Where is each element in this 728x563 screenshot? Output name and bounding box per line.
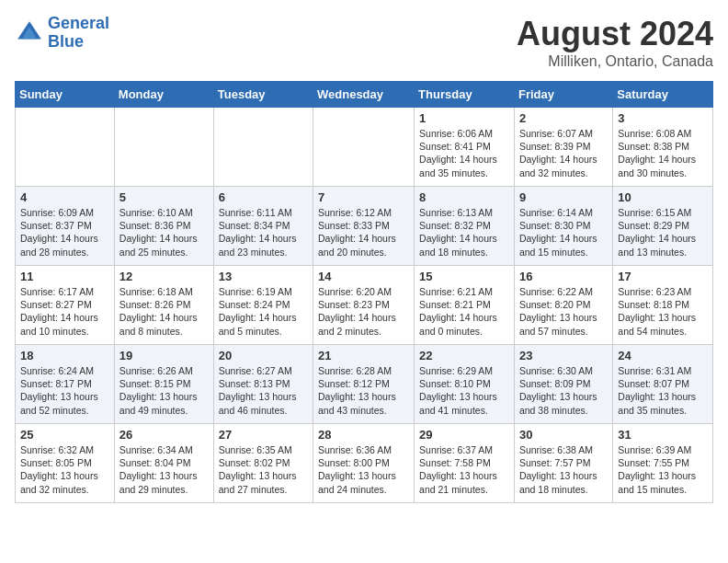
day-number: 14	[318, 270, 409, 283]
day-number: 3	[618, 111, 708, 125]
day-number: 15	[419, 270, 509, 283]
day-info: Sunrise: 6:31 AMSunset: 8:07 PMDaylight:…	[618, 364, 708, 417]
day-number: 7	[318, 190, 409, 204]
calendar-cell: 19Sunrise: 6:26 AMSunset: 8:15 PMDayligh…	[114, 345, 213, 424]
calendar-cell: 8Sunrise: 6:13 AMSunset: 8:32 PMDaylight…	[415, 187, 515, 266]
calendar-cell: 31Sunrise: 6:39 AMSunset: 7:55 PMDayligh…	[613, 424, 713, 503]
calendar-cell: 20Sunrise: 6:27 AMSunset: 8:13 PMDayligh…	[213, 345, 313, 424]
day-number: 12	[119, 270, 209, 283]
day-info: Sunrise: 6:08 AMSunset: 8:38 PMDaylight:…	[618, 127, 708, 179]
calendar-cell: 23Sunrise: 6:30 AMSunset: 8:09 PMDayligh…	[514, 345, 612, 424]
day-info: Sunrise: 6:30 AMSunset: 8:09 PMDaylight:…	[519, 364, 608, 417]
day-info: Sunrise: 6:17 AMSunset: 8:27 PMDaylight:…	[20, 285, 109, 338]
calendar-cell: 13Sunrise: 6:19 AMSunset: 8:24 PMDayligh…	[213, 266, 313, 345]
day-info: Sunrise: 6:19 AMSunset: 8:24 PMDaylight:…	[219, 285, 308, 338]
day-info: Sunrise: 6:24 AMSunset: 8:17 PMDaylight:…	[20, 364, 109, 417]
calendar-cell: 9Sunrise: 6:14 AMSunset: 8:30 PMDaylight…	[514, 187, 612, 266]
calendar-cell: 22Sunrise: 6:29 AMSunset: 8:10 PMDayligh…	[415, 345, 515, 424]
day-info: Sunrise: 6:14 AMSunset: 8:30 PMDaylight:…	[519, 206, 608, 259]
calendar-cell: 3Sunrise: 6:08 AMSunset: 8:38 PMDaylight…	[613, 108, 713, 187]
logo-icon	[15, 18, 44, 48]
day-number: 24	[618, 349, 708, 362]
logo-text: General Blue	[48, 15, 109, 52]
calendar-cell: 6Sunrise: 6:11 AMSunset: 8:34 PMDaylight…	[213, 187, 313, 266]
header-saturday: Saturday	[613, 82, 713, 108]
day-number: 20	[219, 349, 308, 362]
day-info: Sunrise: 6:12 AMSunset: 8:33 PMDaylight:…	[318, 206, 409, 259]
day-number: 17	[618, 270, 708, 283]
day-info: Sunrise: 6:07 AMSunset: 8:39 PMDaylight:…	[519, 127, 608, 179]
calendar-week-5: 25Sunrise: 6:32 AMSunset: 8:05 PMDayligh…	[16, 424, 713, 503]
calendar-cell: 2Sunrise: 6:07 AMSunset: 8:39 PMDaylight…	[514, 108, 612, 187]
day-number: 31	[618, 428, 708, 442]
day-info: Sunrise: 6:18 AMSunset: 8:26 PMDaylight:…	[119, 285, 209, 338]
day-info: Sunrise: 6:15 AMSunset: 8:29 PMDaylight:…	[618, 206, 708, 259]
header-friday: Friday	[514, 82, 612, 108]
day-info: Sunrise: 6:20 AMSunset: 8:23 PMDaylight:…	[318, 285, 409, 338]
day-info: Sunrise: 6:32 AMSunset: 8:05 PMDaylight:…	[20, 443, 109, 496]
header-monday: Monday	[114, 82, 213, 108]
calendar-table: SundayMondayTuesdayWednesdayThursdayFrid…	[15, 81, 713, 503]
header-wednesday: Wednesday	[313, 82, 415, 108]
day-number: 30	[519, 428, 608, 442]
day-number: 22	[419, 349, 509, 362]
logo-line2: Blue	[48, 32, 84, 51]
day-info: Sunrise: 6:28 AMSunset: 8:12 PMDaylight:…	[318, 364, 409, 417]
calendar-cell: 26Sunrise: 6:34 AMSunset: 8:04 PMDayligh…	[114, 424, 213, 503]
day-number: 27	[219, 428, 308, 442]
calendar-cell: 18Sunrise: 6:24 AMSunset: 8:17 PMDayligh…	[16, 345, 115, 424]
calendar-cell: 30Sunrise: 6:38 AMSunset: 7:57 PMDayligh…	[514, 424, 612, 503]
day-number: 29	[419, 428, 509, 442]
day-number: 23	[519, 349, 608, 362]
main-title: August 2024	[517, 15, 713, 53]
calendar-cell: 17Sunrise: 6:23 AMSunset: 8:18 PMDayligh…	[613, 266, 713, 345]
day-info: Sunrise: 6:34 AMSunset: 8:04 PMDaylight:…	[119, 443, 209, 496]
calendar-cell: 24Sunrise: 6:31 AMSunset: 8:07 PMDayligh…	[613, 345, 713, 424]
calendar-cell: 12Sunrise: 6:18 AMSunset: 8:26 PMDayligh…	[114, 266, 213, 345]
day-info: Sunrise: 6:37 AMSunset: 7:58 PMDaylight:…	[419, 443, 509, 496]
calendar-cell	[313, 108, 415, 187]
calendar-cell	[114, 108, 213, 187]
header-tuesday: Tuesday	[213, 82, 313, 108]
day-number: 10	[618, 190, 708, 204]
day-info: Sunrise: 6:26 AMSunset: 8:15 PMDaylight:…	[119, 364, 209, 417]
calendar-cell: 1Sunrise: 6:06 AMSunset: 8:41 PMDaylight…	[415, 108, 515, 187]
day-number: 8	[419, 190, 509, 204]
calendar-week-2: 4Sunrise: 6:09 AMSunset: 8:37 PMDaylight…	[16, 187, 713, 266]
calendar-cell: 29Sunrise: 6:37 AMSunset: 7:58 PMDayligh…	[415, 424, 515, 503]
day-number: 2	[519, 111, 608, 125]
day-number: 5	[119, 190, 209, 204]
day-info: Sunrise: 6:11 AMSunset: 8:34 PMDaylight:…	[219, 206, 308, 259]
header-thursday: Thursday	[415, 82, 515, 108]
calendar-cell: 15Sunrise: 6:21 AMSunset: 8:21 PMDayligh…	[415, 266, 515, 345]
day-info: Sunrise: 6:38 AMSunset: 7:57 PMDaylight:…	[519, 443, 608, 496]
day-number: 16	[519, 270, 608, 283]
day-number: 21	[318, 349, 409, 362]
calendar-week-3: 11Sunrise: 6:17 AMSunset: 8:27 PMDayligh…	[16, 266, 713, 345]
day-number: 28	[318, 428, 409, 442]
day-number: 18	[20, 349, 109, 362]
calendar-cell	[213, 108, 313, 187]
day-info: Sunrise: 6:21 AMSunset: 8:21 PMDaylight:…	[419, 285, 509, 338]
day-info: Sunrise: 6:39 AMSunset: 7:55 PMDaylight:…	[618, 443, 708, 496]
calendar-cell: 21Sunrise: 6:28 AMSunset: 8:12 PMDayligh…	[313, 345, 415, 424]
header-sunday: Sunday	[16, 82, 115, 108]
day-number: 6	[219, 190, 308, 204]
day-info: Sunrise: 6:22 AMSunset: 8:20 PMDaylight:…	[519, 285, 608, 338]
day-info: Sunrise: 6:13 AMSunset: 8:32 PMDaylight:…	[419, 206, 509, 259]
calendar-week-4: 18Sunrise: 6:24 AMSunset: 8:17 PMDayligh…	[16, 345, 713, 424]
calendar-week-1: 1Sunrise: 6:06 AMSunset: 8:41 PMDaylight…	[16, 108, 713, 187]
calendar-cell: 7Sunrise: 6:12 AMSunset: 8:33 PMDaylight…	[313, 187, 415, 266]
day-info: Sunrise: 6:35 AMSunset: 8:02 PMDaylight:…	[219, 443, 308, 496]
calendar-cell: 25Sunrise: 6:32 AMSunset: 8:05 PMDayligh…	[16, 424, 115, 503]
day-number: 19	[119, 349, 209, 362]
day-number: 1	[419, 111, 509, 125]
title-block: August 2024 Milliken, Ontario, Canada	[517, 15, 713, 70]
calendar-cell: 27Sunrise: 6:35 AMSunset: 8:02 PMDayligh…	[213, 424, 313, 503]
calendar-cell: 5Sunrise: 6:10 AMSunset: 8:36 PMDaylight…	[114, 187, 213, 266]
day-info: Sunrise: 6:36 AMSunset: 8:00 PMDaylight:…	[318, 443, 409, 496]
day-info: Sunrise: 6:29 AMSunset: 8:10 PMDaylight:…	[419, 364, 509, 417]
day-info: Sunrise: 6:27 AMSunset: 8:13 PMDaylight:…	[219, 364, 308, 417]
calendar-cell	[16, 108, 115, 187]
calendar-cell: 4Sunrise: 6:09 AMSunset: 8:37 PMDaylight…	[16, 187, 115, 266]
